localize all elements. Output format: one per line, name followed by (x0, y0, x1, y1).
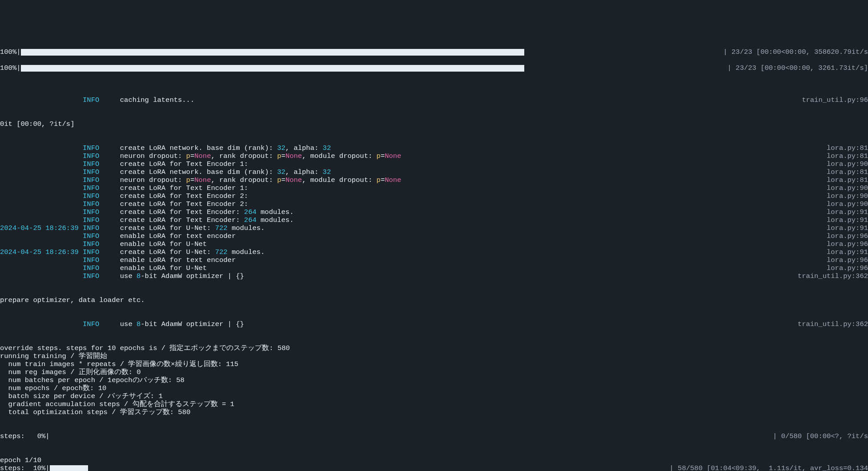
progress-bar-100-1: 100%| | 23/23 [00:00<00:00, 358620.79it/… (0, 48, 868, 56)
timestamp (0, 208, 79, 216)
log-level: INFO (83, 208, 99, 216)
log-line: running training / 学習開始 (0, 352, 868, 360)
source-location: lora.py:91 (827, 248, 868, 256)
log-level: INFO (83, 192, 99, 200)
steps-bar: steps: 10%|| 58/580 [01:04<09:39, 1.11s/… (0, 464, 868, 471)
source-location: lora.py:90 (827, 160, 868, 168)
source-location: lora.py:96 (827, 240, 868, 248)
log-level: INFO (83, 248, 99, 256)
log-line: INFO create LoRA for Text Encoder 2:lora… (0, 200, 868, 208)
source-location: train_util.py:362 (798, 272, 868, 280)
timestamp (0, 256, 79, 264)
log-level: INFO (83, 256, 99, 264)
progress-fill (50, 465, 88, 471)
source-location: lora.py:81 (827, 152, 868, 160)
log-level: INFO (83, 160, 99, 168)
source-location: lora.py:90 (827, 200, 868, 208)
log-level: INFO (83, 232, 99, 240)
log-line: num train images * repeats / 学習画像の数×繰り返し… (0, 360, 868, 368)
log-level: INFO (83, 184, 99, 192)
log-line: override steps. steps for 10 epochs is /… (0, 344, 868, 352)
source-location: lora.py:90 (827, 184, 868, 192)
log-line: INFO enable LoRA for text encoderlora.py… (0, 232, 868, 240)
log-line: gradient accumulation steps / 勾配を合計するステッ… (0, 400, 868, 408)
timestamp (0, 216, 79, 224)
log-line: INFO create LoRA for Text Encoder: 264 m… (0, 216, 868, 224)
log-level: INFO (83, 264, 99, 272)
log-line: 2024-04-25 18:26:39 INFO create LoRA for… (0, 224, 868, 232)
source-location: lora.py:91 (827, 216, 868, 224)
epoch-line: epoch 1/10 (0, 456, 868, 464)
log-line: batch size per device / バッチサイズ: 1 (0, 392, 868, 400)
progress-stats: | 58/580 [01:04<09:39, 1.11s/it, avr_los… (670, 464, 868, 471)
timestamp (0, 176, 79, 184)
timestamp (0, 240, 79, 248)
source-location: lora.py:81 (827, 144, 868, 152)
log-line: INFO neuron dropout: p=None, rank dropou… (0, 176, 868, 184)
log-level: INFO (83, 224, 99, 232)
timestamp (0, 152, 79, 160)
log-level: INFO (83, 168, 99, 176)
timestamp (0, 144, 79, 152)
log-line: 0it [00:00, ?it/s] (0, 120, 868, 128)
timestamp (0, 200, 79, 208)
log-line: prepare optimizer, data loader etc. (0, 296, 868, 304)
timestamp (0, 192, 79, 200)
timestamp (0, 160, 79, 168)
log-line: INFO create LoRA network. base dim (rank… (0, 168, 868, 176)
log-line: 2024-04-25 18:26:39 INFO create LoRA for… (0, 248, 868, 256)
source-location: lora.py:91 (827, 224, 868, 232)
log-line: INFO create LoRA network. base dim (rank… (0, 144, 868, 152)
log-level: INFO (83, 240, 99, 248)
timestamp (0, 168, 79, 176)
progress-fill (21, 49, 524, 56)
timestamp: 2024-04-25 18:26:39 (0, 224, 79, 232)
log-line: INFO enable LoRA for U-Netlora.py:96 (0, 240, 868, 248)
log-level: INFO (83, 216, 99, 224)
log-line: INFO use 8-bit AdamW optimizer | {}train… (0, 272, 868, 280)
source-location: lora.py:90 (827, 192, 868, 200)
log-line: INFO enable LoRA for U-Netlora.py:96 (0, 264, 868, 272)
source-location: lora.py:91 (827, 208, 868, 216)
log-line: INFO create LoRA for Text Encoder 1:lora… (0, 160, 868, 168)
log-level: INFO (83, 144, 99, 152)
log-level: INFO (83, 200, 99, 208)
source-location: lora.py:96 (827, 256, 868, 264)
log-line: INFO create LoRA for Text Encoder 1:lora… (0, 184, 868, 192)
log-line: total optimization steps / 学習ステップ数: 580 (0, 408, 868, 416)
log-line: num epochs / epoch数: 10 (0, 384, 868, 392)
steps-bar-0: steps: 0%| | 0/580 [00:00<?, ?it/s (0, 432, 868, 440)
progress-fill (21, 65, 524, 72)
log-level: INFO (83, 176, 99, 184)
log-line: num reg images / 正則化画像の数: 0 (0, 368, 868, 376)
source-location: lora.py:96 (827, 232, 868, 240)
log-line: INFO create LoRA for Text Encoder: 264 m… (0, 208, 868, 216)
timestamp (0, 264, 79, 272)
source-location: lora.py:81 (827, 176, 868, 184)
progress-bar-100-2: 100%| | 23/23 [00:00<00:00, 3261.73it/s] (0, 64, 868, 72)
source-location: lora.py:81 (827, 168, 868, 176)
log-line: num batches per epoch / 1epochのバッチ数: 58 (0, 376, 868, 384)
log-line: INFO enable LoRA for text encoderlora.py… (0, 256, 868, 264)
log-level: INFO (83, 152, 99, 160)
log-line: INFO create LoRA for Text Encoder 2:lora… (0, 192, 868, 200)
timestamp (0, 184, 79, 192)
timestamp (0, 272, 79, 280)
timestamp (0, 232, 79, 240)
log-line: INFO caching latents... train_util.py:96 (0, 96, 868, 104)
source-location: lora.py:96 (827, 264, 868, 272)
log-line: INFO neuron dropout: p=None, rank dropou… (0, 152, 868, 160)
log-line: INFO use 8-bit AdamW optimizer | {} trai… (0, 320, 868, 328)
timestamp: 2024-04-25 18:26:39 (0, 248, 79, 256)
log-level: INFO (83, 272, 99, 280)
